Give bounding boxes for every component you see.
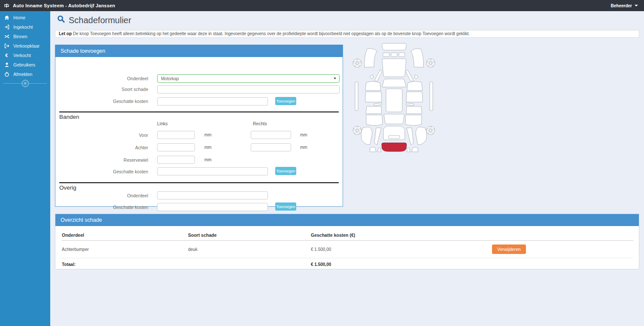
sidebar-collapse-button[interactable]: « [21, 80, 29, 87]
app-title: Auto Inname Systeem - Autobedrijf Jansse… [13, 3, 115, 8]
overig-onderdeel-label: Onderdeel [55, 193, 148, 198]
onderdeel-select[interactable]: Motorkap [157, 74, 340, 83]
table-header-row: Onderdeel Soort schade Geschatte kosten … [62, 229, 633, 241]
soort-schade-label: Soort schade [55, 87, 148, 92]
car-right-parts [405, 48, 435, 152]
mm-unit: mm [204, 145, 212, 150]
achterbumper-highlighted-part[interactable] [382, 143, 407, 151]
sidebar-item-label: Ingekocht [13, 24, 33, 30]
col-onderdeel: Onderdeel [62, 229, 188, 241]
sidebar-item-gebruikers[interactable]: Gebruikers [0, 60, 50, 69]
table-row: Achterbumper deuk € 1.500,00 Verwijderen [62, 241, 633, 258]
rechts-column-label: Rechts [253, 121, 267, 126]
shuffle-icon [4, 34, 9, 39]
topbar: Auto Inname Systeem - Autobedrijf Jansse… [0, 0, 644, 11]
euro-icon: € [4, 53, 9, 58]
overig-geschatte-kosten-input[interactable] [157, 203, 268, 211]
home-icon [4, 15, 9, 20]
page-title-text: Schadeformulier [69, 15, 131, 25]
overzicht-schade-header: Overzicht schade [55, 214, 639, 226]
chevron-down-icon [334, 78, 336, 79]
band-achter-links-input[interactable] [157, 143, 195, 151]
verwijderen-button[interactable]: Verwijderen [492, 244, 526, 254]
cell-soort-schade: deuk [188, 241, 311, 258]
col-soort-schade: Soort schade [188, 229, 311, 241]
band-voor-rechts-input[interactable] [251, 131, 291, 139]
sidebar-item-label: Binnen [13, 34, 27, 39]
col-geschatte-kosten: Geschatte kosten (€) [311, 229, 492, 241]
sidebar-item-label: Verkocht [13, 53, 31, 58]
sidebar-item-afmelden[interactable]: Afmelden [0, 69, 50, 79]
schade-toevoegen-header: Schade toevoegen [55, 45, 343, 57]
section-divider [59, 112, 339, 112]
links-column-label: Links [157, 121, 168, 126]
onderdeel-selected-value: Motorkap [161, 76, 179, 81]
reservewiel-label: Reservewiel [55, 157, 148, 163]
sidebar: Home Ingekocht Binnen Verkoopklaar € Ver… [0, 11, 50, 326]
sidebar-item-label: Verkoopklaar [13, 43, 39, 48]
total-value: € 1.500,00 [311, 258, 492, 271]
toevoegen-button-schade[interactable]: Toevoegen [275, 97, 296, 105]
retweet-icon [0, 3, 13, 8]
page-title: Schadeformulier [57, 15, 131, 25]
band-reservewiel-input[interactable] [157, 156, 195, 164]
damage-overview-table: Onderdeel Soort schade Geschatte kosten … [62, 229, 633, 271]
sidebar-item-label: Afmelden [13, 72, 32, 77]
voor-label: Voor [55, 133, 148, 138]
section-divider [59, 182, 339, 183]
mm-unit: mm [300, 133, 307, 137]
search-icon [57, 15, 65, 25]
toevoegen-button-banden[interactable]: Toevoegen [275, 167, 296, 175]
overig-geschatte-kosten-label: Geschatte kosten [55, 205, 148, 210]
onderdeel-label: Onderdeel [55, 76, 148, 81]
soort-schade-input[interactable] [157, 85, 340, 94]
user-menu[interactable]: Beheerder [611, 0, 638, 11]
sidebar-item-binnen[interactable]: Binnen [0, 32, 50, 41]
achter-label: Achter [55, 145, 148, 150]
notice-bar: Let op De knop Toevoegen heeft alleen be… [55, 30, 639, 38]
overig-onderdeel-input[interactable] [157, 191, 268, 199]
notice-text: De knop Toevoegen heeft alleen betrekkin… [72, 31, 470, 36]
sidebar-divider: « [3, 83, 47, 84]
mm-unit: mm [300, 145, 307, 150]
table-total-row: Totaal: € 1.500,00 [62, 258, 633, 271]
svg-text:€: € [5, 53, 8, 58]
user-menu-label: Beheerder [611, 3, 632, 8]
sidebar-item-verkoopklaar[interactable]: Verkoopklaar [0, 41, 50, 51]
toevoegen-button-overig[interactable]: Toevoegen [275, 202, 296, 211]
sidebar-item-verkocht[interactable]: € Verkocht [0, 51, 50, 60]
overig-heading: Overig [59, 184, 76, 191]
sidebar-item-ingekocht[interactable]: Ingekocht [0, 22, 50, 32]
sidebar-item-label: Gebruikers [13, 62, 35, 67]
power-icon [4, 72, 9, 77]
car-center-parts [382, 43, 406, 140]
banden-geschatte-kosten-input[interactable] [157, 167, 268, 175]
notice-bold: Let op [59, 31, 72, 36]
schade-toevoegen-panel: Schade toevoegen Onderdeel Motorkap Soor… [55, 45, 343, 207]
cell-onderdeel: Achterbumper [62, 241, 188, 258]
geschatte-kosten-label: Geschatte kosten [55, 99, 148, 104]
band-achter-rechts-input[interactable] [251, 143, 291, 151]
geschatte-kosten-input[interactable] [157, 97, 268, 106]
sidebar-item-label: Home [13, 15, 25, 20]
banden-geschatte-kosten-label: Geschatte kosten [55, 169, 148, 174]
mm-unit: mm [204, 133, 212, 137]
band-voor-links-input[interactable] [157, 131, 195, 139]
sign-in-icon [4, 24, 9, 30]
chevron-down-icon [635, 5, 638, 6]
car-damage-diagram[interactable] [350, 42, 438, 154]
total-label: Totaal: [62, 258, 188, 271]
overzicht-schade-panel: Overzicht schade Onderdeel Soort schade … [55, 214, 639, 269]
mm-unit: mm [204, 157, 212, 162]
car-left-parts [353, 48, 383, 152]
main-content: Schadeformulier Let op De knop Toevoegen… [50, 11, 644, 326]
sidebar-item-home[interactable]: Home [0, 13, 50, 22]
user-icon [4, 62, 9, 67]
banden-heading: Banden [59, 114, 79, 120]
sign-out-icon [4, 43, 9, 48]
cell-kosten: € 1.500,00 [311, 241, 492, 258]
